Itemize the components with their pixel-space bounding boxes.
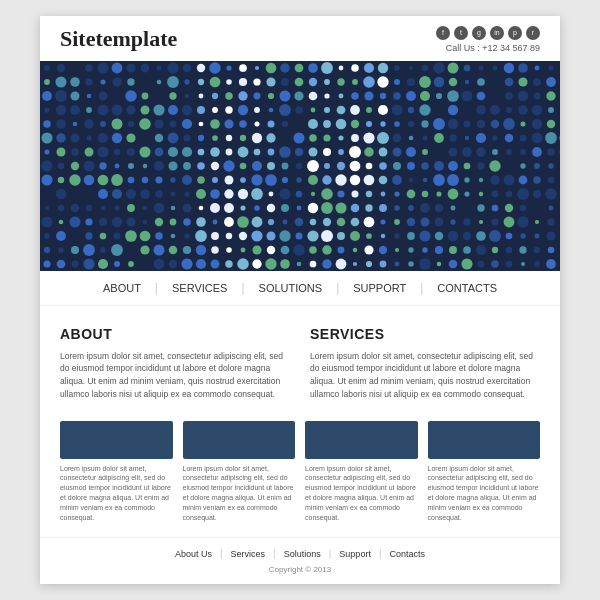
nav-item-services[interactable]: SERVICES: [158, 282, 241, 294]
card-image-2: [183, 421, 296, 459]
hero-canvas: [40, 61, 560, 271]
nav-item-support[interactable]: SUPPORT: [339, 282, 420, 294]
footer-nav-solutions[interactable]: Solutions: [276, 549, 329, 559]
card-2: Lorem ipsum dolor sit amet, consectetur …: [183, 421, 296, 523]
services-section: SERVICES Lorem ipsum dolor sit amet, con…: [310, 326, 540, 401]
facebook-icon[interactable]: f: [436, 26, 450, 40]
services-title: SERVICES: [310, 326, 540, 342]
card-text-3: Lorem ipsum dolor sit amet, consectetur …: [305, 464, 418, 523]
about-section: ABOUT Lorem ipsum dolor sit amet, consec…: [60, 326, 290, 401]
page-wrapper: Sitetemplate f t g in p r Call Us : +12 …: [40, 16, 560, 585]
linkedin-icon[interactable]: in: [490, 26, 504, 40]
header-right: f t g in p r Call Us : +12 34 567 89: [436, 26, 540, 53]
card-4: Lorem ipsum dolor sit amet, consectetur …: [428, 421, 541, 523]
footer-nav-about[interactable]: About Us: [167, 549, 220, 559]
card-image-1: [60, 421, 173, 459]
social-icons: f t g in p r: [436, 26, 540, 40]
card-image-4: [428, 421, 541, 459]
footer-nav: About Us | Services | Solutions | Suppor…: [40, 537, 560, 565]
card-text-1: Lorem ipsum dolor sit amet, consectetur …: [60, 464, 173, 523]
footer-nav-contacts[interactable]: Contacts: [382, 549, 434, 559]
cards-section: Lorem ipsum dolor sit amet, consectetur …: [40, 411, 560, 533]
footer-nav-support[interactable]: Support: [331, 549, 379, 559]
card-3: Lorem ipsum dolor sit amet, consectetur …: [305, 421, 418, 523]
hero-banner: // Generate dots pattern: [40, 61, 560, 271]
google-icon[interactable]: g: [472, 26, 486, 40]
card-image-3: [305, 421, 418, 459]
card-text-4: Lorem ipsum dolor sit amet, consectetur …: [428, 464, 541, 523]
nav-item-solutions[interactable]: SOLUTIONS: [245, 282, 337, 294]
pinterest-icon[interactable]: p: [508, 26, 522, 40]
footer-nav-services[interactable]: Services: [223, 549, 274, 559]
services-body: Lorem ipsum dolor sit amet, consectetur …: [310, 350, 540, 401]
rss-icon[interactable]: r: [526, 26, 540, 40]
about-body: Lorem ipsum dolor sit amet, consectetur …: [60, 350, 290, 401]
logo: Sitetemplate: [60, 26, 177, 52]
header: Sitetemplate f t g in p r Call Us : +12 …: [40, 16, 560, 61]
main-nav: ABOUT | SERVICES | SOLUTIONS | SUPPORT |…: [40, 271, 560, 306]
copyright: Copyright © 2013: [40, 565, 560, 584]
call-us: Call Us : +12 34 567 89: [446, 43, 540, 53]
twitter-icon[interactable]: t: [454, 26, 468, 40]
nav-item-about[interactable]: ABOUT: [89, 282, 155, 294]
about-title: ABOUT: [60, 326, 290, 342]
nav-item-contacts[interactable]: CONTACTS: [423, 282, 511, 294]
card-1: Lorem ipsum dolor sit amet, consectetur …: [60, 421, 173, 523]
card-text-2: Lorem ipsum dolor sit amet, consectetur …: [183, 464, 296, 523]
content-section: ABOUT Lorem ipsum dolor sit amet, consec…: [40, 306, 560, 411]
